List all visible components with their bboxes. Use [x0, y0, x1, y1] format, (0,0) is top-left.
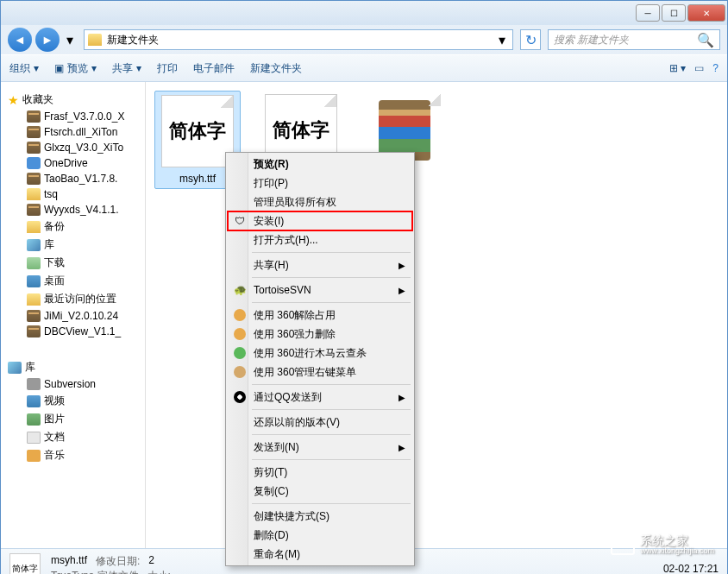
menu-label: 使用 360管理右键菜单	[254, 365, 356, 380]
menu-item[interactable]: 使用 360强力删除	[228, 325, 412, 344]
new-folder-button[interactable]: 新建文件夹	[250, 61, 302, 76]
shield-icon: 🛡	[233, 214, 247, 228]
history-dropdown[interactable]: ▾	[63, 31, 77, 48]
menu-item[interactable]: 打开方式(H)...	[228, 230, 412, 249]
email-button[interactable]: 电子邮件	[193, 61, 235, 76]
menu-label: 通过QQ发送到	[254, 390, 322, 405]
sidebar-item[interactable]: OneDrive	[8, 155, 138, 171]
submenu-arrow-icon: ▶	[399, 393, 405, 402]
sidebar-item[interactable]: 音乐	[8, 446, 138, 464]
recent-icon	[27, 293, 41, 306]
address-bar[interactable]: 新建文件夹 ▾	[84, 29, 513, 50]
sidebar-item[interactable]: 桌面	[8, 272, 138, 290]
menu-label: 还原以前的版本(V)	[254, 415, 340, 430]
preview-button[interactable]: ▣ 预览 ▾	[54, 61, 97, 76]
libraries-header[interactable]: 库	[8, 358, 138, 376]
menu-label: 打印(P)	[254, 176, 288, 191]
menu-label: 重命名(M)	[254, 547, 300, 562]
archive-icon	[27, 126, 41, 138]
sidebar-item[interactable]: 文档	[8, 428, 138, 446]
archive-icon	[27, 142, 41, 154]
sidebar-item[interactable]: 最近访问的位置	[8, 290, 138, 308]
sidebar-item[interactable]: JiMi_V2.0.10.24	[8, 308, 138, 324]
folder-icon	[88, 34, 102, 46]
menu-item[interactable]: 🐢TortoiseSVN▶	[228, 281, 412, 300]
minimize-button[interactable]: ─	[636, 4, 660, 22]
help-button[interactable]: ?	[712, 62, 719, 74]
explorer-window: ─ ☐ ✕ ◄ ► ▾ 新建文件夹 ▾ ↻ 搜索 新建文件夹 🔍 组织 ▾ ▣ …	[0, 0, 728, 574]
menu-item[interactable]: 创建快捷方式(S)	[228, 507, 412, 526]
menu-label: 剪切(T)	[254, 465, 287, 480]
navigation-bar: ◄ ► ▾ 新建文件夹 ▾ ↻ 搜索 新建文件夹 🔍	[1, 25, 727, 54]
menu-item[interactable]: 使用 360解除占用	[228, 306, 412, 325]
360orange-icon	[233, 308, 247, 322]
status-date-label: 修改日期:	[96, 554, 140, 569]
sidebar-item[interactable]: Frasf_V3.7.0.0_X	[8, 109, 138, 124]
menu-label: TortoiseSVN	[254, 284, 311, 296]
sidebar-item[interactable]: tsq	[8, 186, 138, 202]
organize-menu[interactable]: 组织 ▾	[9, 61, 39, 76]
menu-item[interactable]: 通过QQ发送到▶	[228, 388, 412, 407]
video-icon	[27, 395, 41, 407]
share-button[interactable]: 共享 ▾	[112, 61, 141, 76]
menu-separator	[252, 409, 411, 410]
menu-separator	[252, 503, 411, 504]
sidebar-item[interactable]: Wyyxds_V4.1.1.	[8, 202, 138, 218]
sidebar-item[interactable]: 下载	[8, 254, 138, 272]
menu-item[interactable]: 复制(C)	[228, 482, 412, 501]
menu-item[interactable]: 🛡安装(I)	[228, 211, 412, 230]
submenu-arrow-icon: ▶	[399, 443, 405, 452]
menu-item[interactable]: 打印(P)	[228, 173, 412, 192]
menu-item[interactable]: 删除(D)	[228, 526, 412, 545]
search-placeholder: 搜索 新建文件夹	[554, 33, 697, 47]
search-box[interactable]: 搜索 新建文件夹 🔍	[548, 29, 720, 50]
status-date-value: 2	[148, 554, 154, 569]
cloud-icon	[27, 157, 41, 169]
menu-item[interactable]: 预览(R)	[228, 155, 412, 173]
sidebar-item[interactable]: DBCView_V1.1_	[8, 324, 138, 339]
sidebar-item[interactable]: 视频	[8, 392, 138, 410]
sidebar-item[interactable]: 备份	[8, 218, 138, 236]
sidebar-item[interactable]: Ftsrch.dll_XiTon	[8, 124, 138, 140]
menu-label: 发送到(N)	[254, 440, 299, 455]
status-thumbnail: 简体字	[9, 553, 41, 575]
menu-item[interactable]: 使用 360进行木马云查杀	[228, 344, 412, 363]
menu-separator	[252, 277, 411, 278]
refresh-button[interactable]: ↻	[520, 29, 541, 50]
search-icon: 🔍	[697, 32, 714, 48]
sidebar-item[interactable]: Glxzq_V3.0_XiTo	[8, 140, 138, 155]
menu-item[interactable]: 管理员取得所有权	[228, 192, 412, 211]
archive-icon	[27, 310, 41, 322]
address-dropdown[interactable]: ▾	[495, 32, 509, 48]
back-button[interactable]: ◄	[8, 28, 32, 52]
menu-item[interactable]: 还原以前的版本(V)	[228, 413, 412, 432]
menu-item[interactable]: 共享(H)▶	[228, 255, 412, 274]
navigation-pane: ★ 收藏夹 Frasf_V3.7.0.0_X Ftsrch.dll_XiTon …	[1, 82, 146, 548]
close-button[interactable]: ✕	[687, 4, 725, 22]
turtle-icon: 🐢	[233, 283, 247, 297]
status-size-label: 大小:	[147, 569, 171, 575]
forward-button[interactable]: ►	[35, 28, 60, 52]
menu-item[interactable]: 发送到(N)▶	[228, 438, 412, 457]
menu-label: 复制(C)	[254, 484, 289, 499]
sidebar-item[interactable]: TaoBao_V1.7.8.	[8, 171, 138, 186]
menu-item[interactable]: 剪切(T)	[228, 463, 412, 482]
sidebar-item[interactable]: Subversion	[8, 376, 138, 392]
menu-item[interactable]: 使用 360管理右键菜单	[228, 363, 412, 382]
sidebar-item[interactable]: 图片	[8, 410, 138, 428]
menu-label: 打开方式(H)...	[254, 233, 318, 248]
sidebar-item[interactable]: 库	[8, 236, 138, 254]
submenu-arrow-icon: ▶	[399, 261, 405, 270]
menu-item[interactable]: 重命名(M)	[228, 545, 412, 564]
maximize-button[interactable]: ☐	[662, 4, 686, 22]
menu-separator	[252, 459, 411, 460]
menu-label: 共享(H)	[254, 258, 289, 273]
preview-pane-button[interactable]: ▭	[694, 62, 704, 74]
print-button[interactable]: 打印	[157, 61, 178, 76]
status-info: msyh.ttf 修改日期: 2 TrueType 字体文件 大小:	[51, 554, 171, 575]
360gold-icon	[233, 365, 247, 379]
archive-icon	[27, 110, 41, 123]
view-options-button[interactable]: ⊞ ▾	[669, 62, 686, 74]
menu-label: 使用 360进行木马云查杀	[254, 346, 367, 361]
favorites-header[interactable]: ★ 收藏夹	[8, 91, 138, 109]
